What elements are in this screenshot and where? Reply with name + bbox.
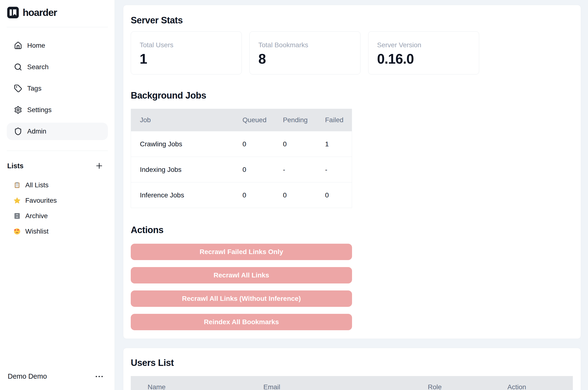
sidebar-divider [7,27,108,27]
action-buttons: Recrawl Failed Links Only Recrawl All Li… [131,244,352,330]
background-jobs-title: Background Jobs [131,90,573,101]
lists-container: All Lists Favourites Archive Wishlist [7,177,108,239]
list-item-wishlist[interactable]: Wishlist [7,224,108,239]
app-window: hoarder Home Search Tags [0,0,588,390]
users-table-header-row: Name Email Role Action [131,376,573,390]
server-stats-title: Server Stats [131,15,573,26]
job-pending: 0 [283,140,325,148]
gear-icon [14,106,22,114]
archive-icon [13,212,21,220]
table-header-row: Job Queued Pending Failed [131,109,352,131]
recrawl-failed-links-button[interactable]: Recrawl Failed Links Only [131,244,352,260]
stat-label: Total Users [140,41,233,49]
sidebar-item-home[interactable]: Home [7,37,108,54]
table-row: Crawling Jobs 0 0 1 [131,131,352,157]
actions-title: Actions [131,225,573,235]
stat-card-server-version: Server Version 0.16.0 [368,31,479,74]
clipboard-icon [13,182,21,189]
job-name: Inference Jobs [131,191,242,199]
sidebar-item-admin[interactable]: Admin [7,123,108,140]
job-queued: 0 [242,140,283,148]
lists-title: Lists [7,162,24,170]
sidebar-divider [7,151,108,151]
main-content: Server Stats Total Users 1 Total Bookmar… [115,0,588,390]
sidebar-item-label: Home [27,42,45,49]
column-header-name: Name [131,383,263,390]
job-failed: 0 [325,191,352,199]
job-failed: - [325,166,352,174]
column-header-job: Job [131,116,242,124]
list-item-label: All Lists [25,181,48,189]
sidebar-item-label: Settings [27,106,51,114]
lists-header: Lists [7,160,108,171]
search-icon [14,63,22,71]
job-pending: - [283,166,325,174]
add-list-button[interactable] [94,160,105,171]
sidebar-item-tags[interactable]: Tags [7,80,108,97]
app-logo[interactable]: hoarder [7,6,108,19]
star-icon [13,197,21,204]
sidebar: hoarder Home Search Tags [0,0,115,390]
current-user-name: Demo Demo [8,372,47,380]
job-queued: 0 [242,191,283,199]
list-item-label: Favourites [25,197,57,204]
column-header-failed: Failed [325,116,352,124]
sidebar-item-search[interactable]: Search [7,58,108,76]
sidebar-item-label: Admin [27,128,46,135]
ellipsis-icon [95,375,104,378]
list-item-label: Wishlist [25,228,48,235]
list-item-all-lists[interactable]: All Lists [7,177,108,193]
column-header-pending: Pending [283,116,325,124]
user-menu-button[interactable] [91,373,107,380]
stat-label: Total Bookmarks [258,41,352,49]
reindex-all-bookmarks-button[interactable]: Reindex All Bookmarks [131,314,352,330]
sidebar-user-row: Demo Demo [7,372,108,380]
users-list-title: Users List [131,358,573,368]
stat-value: 1 [140,51,233,67]
tag-icon [14,84,22,93]
column-header-action: Action [507,383,573,390]
job-name: Indexing Jobs [131,166,242,174]
stat-card-total-bookmarks: Total Bookmarks 8 [249,31,360,74]
home-icon [14,42,22,50]
table-row: Indexing Jobs 0 - - [131,157,352,182]
users-list-card: Users List Name Email Role Action [123,348,581,390]
stat-card-total-users: Total Users 1 [131,31,242,74]
admin-panel-card: Server Stats Total Users 1 Total Bookmar… [123,5,581,339]
plus-icon [95,162,103,170]
sidebar-item-label: Search [27,63,49,71]
column-header-queued: Queued [242,116,283,124]
background-jobs-section: Background Jobs Job Queued Pending Faile… [131,90,573,208]
heart-eyes-icon [13,228,21,235]
shield-icon [14,127,22,136]
sidebar-item-label: Tags [27,85,41,92]
column-header-email: Email [263,383,428,390]
stat-value: 0.16.0 [377,51,470,67]
app-title: hoarder [23,7,57,18]
column-header-role: Role [428,383,507,390]
table-row: Inference Jobs 0 0 0 [131,182,352,208]
job-pending: 0 [283,191,325,199]
recrawl-all-links-button[interactable]: Recrawl All Links [131,267,352,284]
sidebar-nav: Home Search Tags Settings [7,37,108,140]
server-stats-row: Total Users 1 Total Bookmarks 8 Server V… [131,31,573,74]
job-failed: 1 [325,140,352,148]
list-item-label: Archive [25,212,48,220]
hoarder-logo-icon [7,7,19,18]
job-name: Crawling Jobs [131,140,242,148]
actions-section: Actions Recrawl Failed Links Only Recraw… [131,225,573,330]
stat-value: 8 [258,51,352,67]
job-queued: 0 [242,166,283,174]
background-jobs-table: Job Queued Pending Failed Crawling Jobs … [131,109,352,208]
stat-label: Server Version [377,41,470,49]
sidebar-item-settings[interactable]: Settings [7,101,108,119]
recrawl-without-inference-button[interactable]: Recrawl All Links (Without Inference) [131,291,352,307]
list-item-archive[interactable]: Archive [7,208,108,224]
list-item-favourites[interactable]: Favourites [7,193,108,208]
